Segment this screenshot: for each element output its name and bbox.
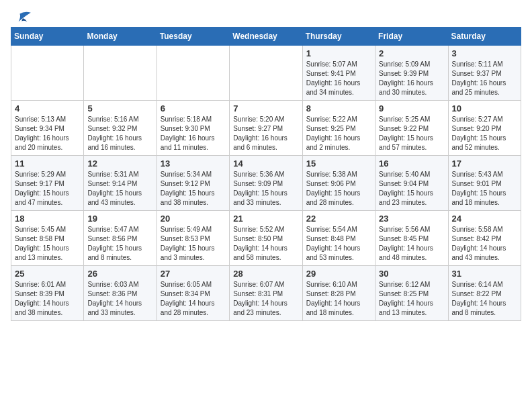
calendar-cell: 19Sunrise: 5:47 AM Sunset: 8:56 PM Dayli…: [84, 211, 157, 266]
day-number: 24: [452, 214, 517, 224]
calendar-cell: 25Sunrise: 6:01 AM Sunset: 8:39 PM Dayli…: [11, 266, 84, 321]
day-info: Sunrise: 5:40 AM Sunset: 9:04 PM Dayligh…: [379, 170, 444, 208]
day-info: Sunrise: 5:56 AM Sunset: 8:45 PM Dayligh…: [379, 225, 444, 263]
calendar-cell: [11, 46, 84, 101]
day-info: Sunrise: 6:01 AM Sunset: 8:39 PM Dayligh…: [15, 280, 80, 318]
day-info: Sunrise: 5:43 AM Sunset: 9:01 PM Dayligh…: [452, 170, 517, 208]
day-number: 6: [161, 103, 226, 113]
day-info: Sunrise: 5:27 AM Sunset: 9:20 PM Dayligh…: [452, 115, 517, 152]
logo: [11, 11, 32, 21]
day-number: 13: [161, 158, 226, 169]
day-number: 30: [379, 269, 444, 279]
calendar-cell: 27Sunrise: 6:05 AM Sunset: 8:34 PM Dayli…: [157, 266, 229, 321]
day-info: Sunrise: 5:25 AM Sunset: 9:22 PM Dayligh…: [379, 115, 444, 152]
day-number: 19: [87, 214, 152, 224]
calendar-table: SundayMondayTuesdayWednesdayThursdayFrid…: [11, 27, 521, 321]
day-number: 25: [15, 269, 80, 279]
calendar-cell: 11Sunrise: 5:29 AM Sunset: 9:17 PM Dayli…: [11, 156, 84, 211]
day-number: 12: [87, 158, 152, 169]
day-number: 10: [452, 103, 517, 113]
calendar-cell: 20Sunrise: 5:49 AM Sunset: 8:53 PM Dayli…: [157, 211, 229, 266]
calendar-cell: 5Sunrise: 5:16 AM Sunset: 9:32 PM Daylig…: [84, 101, 157, 156]
calendar-cell: 26Sunrise: 6:03 AM Sunset: 8:36 PM Dayli…: [84, 266, 157, 321]
day-number: 20: [161, 214, 226, 224]
calendar-cell: 18Sunrise: 5:45 AM Sunset: 8:58 PM Dayli…: [11, 211, 84, 266]
calendar-cell: 13Sunrise: 5:34 AM Sunset: 9:12 PM Dayli…: [157, 156, 229, 211]
day-info: Sunrise: 5:49 AM Sunset: 8:53 PM Dayligh…: [161, 225, 226, 263]
calendar-cell: 10Sunrise: 5:27 AM Sunset: 9:20 PM Dayli…: [448, 101, 521, 156]
calendar-cell: 24Sunrise: 5:58 AM Sunset: 8:42 PM Dayli…: [448, 211, 521, 266]
calendar-cell: 22Sunrise: 5:54 AM Sunset: 8:48 PM Dayli…: [302, 211, 375, 266]
calendar-cell: 4Sunrise: 5:13 AM Sunset: 9:34 PM Daylig…: [11, 101, 84, 156]
logo-bird-icon: [13, 11, 32, 24]
day-number: 22: [306, 214, 371, 224]
calendar-cell: 30Sunrise: 6:12 AM Sunset: 8:25 PM Dayli…: [375, 266, 448, 321]
calendar-cell: 23Sunrise: 5:56 AM Sunset: 8:45 PM Dayli…: [375, 211, 448, 266]
day-header-wednesday: Wednesday: [230, 28, 302, 46]
calendar-cell: 17Sunrise: 5:43 AM Sunset: 9:01 PM Dayli…: [448, 156, 521, 211]
day-number: 23: [379, 214, 444, 224]
day-info: Sunrise: 5:47 AM Sunset: 8:56 PM Dayligh…: [87, 225, 152, 263]
day-info: Sunrise: 5:22 AM Sunset: 9:25 PM Dayligh…: [306, 115, 371, 152]
calendar-cell: 1Sunrise: 5:07 AM Sunset: 9:41 PM Daylig…: [302, 46, 375, 101]
calendar-cell: [157, 46, 229, 101]
day-number: 28: [233, 269, 298, 279]
day-number: 29: [306, 269, 371, 279]
day-number: 4: [15, 103, 80, 113]
day-info: Sunrise: 6:10 AM Sunset: 8:28 PM Dayligh…: [306, 280, 371, 318]
day-number: 21: [233, 214, 298, 224]
calendar-cell: 3Sunrise: 5:11 AM Sunset: 9:37 PM Daylig…: [448, 46, 521, 101]
day-info: Sunrise: 5:07 AM Sunset: 9:41 PM Dayligh…: [306, 60, 371, 97]
day-info: Sunrise: 6:12 AM Sunset: 8:25 PM Dayligh…: [379, 280, 444, 318]
day-info: Sunrise: 6:03 AM Sunset: 8:36 PM Dayligh…: [87, 280, 152, 318]
calendar-cell: 7Sunrise: 5:20 AM Sunset: 9:27 PM Daylig…: [230, 101, 302, 156]
day-info: Sunrise: 5:54 AM Sunset: 8:48 PM Dayligh…: [306, 225, 371, 263]
calendar-cell: 8Sunrise: 5:22 AM Sunset: 9:25 PM Daylig…: [302, 101, 375, 156]
day-number: 7: [233, 103, 298, 113]
day-info: Sunrise: 5:16 AM Sunset: 9:32 PM Dayligh…: [87, 115, 152, 152]
calendar-cell: 21Sunrise: 5:52 AM Sunset: 8:50 PM Dayli…: [230, 211, 302, 266]
day-number: 26: [87, 269, 152, 279]
day-number: 3: [452, 48, 517, 58]
day-number: 1: [306, 48, 371, 58]
day-number: 5: [87, 103, 152, 113]
day-info: Sunrise: 5:09 AM Sunset: 9:39 PM Dayligh…: [379, 60, 444, 97]
calendar-cell: 28Sunrise: 6:07 AM Sunset: 8:31 PM Dayli…: [230, 266, 302, 321]
day-info: Sunrise: 5:29 AM Sunset: 9:17 PM Dayligh…: [15, 170, 80, 208]
day-header-thursday: Thursday: [302, 28, 375, 46]
day-header-saturday: Saturday: [448, 28, 521, 46]
calendar-cell: [84, 46, 157, 101]
calendar-cell: 9Sunrise: 5:25 AM Sunset: 9:22 PM Daylig…: [375, 101, 448, 156]
day-number: 17: [452, 158, 517, 169]
day-info: Sunrise: 6:14 AM Sunset: 8:22 PM Dayligh…: [452, 280, 517, 318]
calendar-cell: 31Sunrise: 6:14 AM Sunset: 8:22 PM Dayli…: [448, 266, 521, 321]
day-info: Sunrise: 5:58 AM Sunset: 8:42 PM Dayligh…: [452, 225, 517, 263]
day-info: Sunrise: 5:38 AM Sunset: 9:06 PM Dayligh…: [306, 170, 371, 208]
day-header-friday: Friday: [375, 28, 448, 46]
day-info: Sunrise: 5:45 AM Sunset: 8:58 PM Dayligh…: [15, 225, 80, 263]
day-header-sunday: Sunday: [11, 28, 84, 46]
calendar-cell: 16Sunrise: 5:40 AM Sunset: 9:04 PM Dayli…: [375, 156, 448, 211]
calendar-cell: 29Sunrise: 6:10 AM Sunset: 8:28 PM Dayli…: [302, 266, 375, 321]
page-header: [11, 11, 521, 21]
day-number: 16: [379, 158, 444, 169]
calendar-cell: [230, 46, 302, 101]
calendar-cell: 15Sunrise: 5:38 AM Sunset: 9:06 PM Dayli…: [302, 156, 375, 211]
day-info: Sunrise: 5:20 AM Sunset: 9:27 PM Dayligh…: [233, 115, 298, 152]
day-number: 15: [306, 158, 371, 169]
day-info: Sunrise: 6:05 AM Sunset: 8:34 PM Dayligh…: [161, 280, 226, 318]
day-info: Sunrise: 5:34 AM Sunset: 9:12 PM Dayligh…: [161, 170, 226, 208]
day-info: Sunrise: 5:13 AM Sunset: 9:34 PM Dayligh…: [15, 115, 80, 152]
day-number: 14: [233, 158, 298, 169]
day-header-tuesday: Tuesday: [157, 28, 229, 46]
day-header-monday: Monday: [84, 28, 157, 46]
day-number: 31: [452, 269, 517, 279]
day-number: 2: [379, 48, 444, 58]
day-info: Sunrise: 5:36 AM Sunset: 9:09 PM Dayligh…: [233, 170, 298, 208]
calendar-cell: 2Sunrise: 5:09 AM Sunset: 9:39 PM Daylig…: [375, 46, 448, 101]
day-number: 8: [306, 103, 371, 113]
day-info: Sunrise: 5:52 AM Sunset: 8:50 PM Dayligh…: [233, 225, 298, 263]
day-info: Sunrise: 6:07 AM Sunset: 8:31 PM Dayligh…: [233, 280, 298, 318]
day-info: Sunrise: 5:31 AM Sunset: 9:14 PM Dayligh…: [87, 170, 152, 208]
day-number: 18: [15, 214, 80, 224]
